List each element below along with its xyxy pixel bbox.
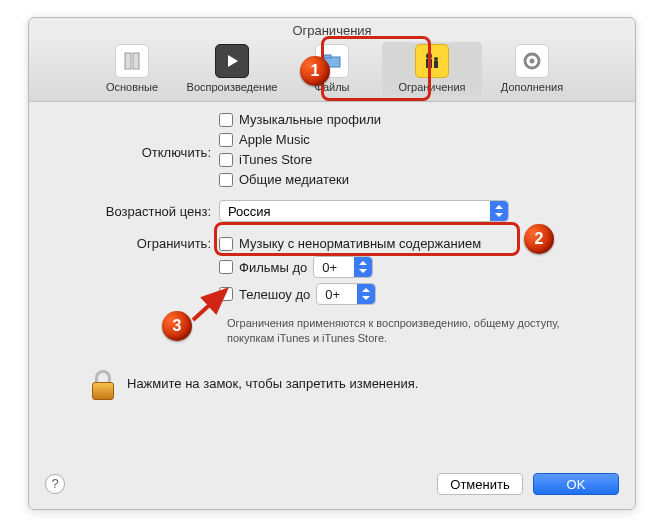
svg-rect-1 — [133, 53, 139, 69]
help-button[interactable]: ? — [45, 474, 65, 494]
restrictions-note: Ограничения применяются к воспроизведени… — [227, 316, 597, 346]
svg-point-7 — [434, 57, 438, 61]
tv-age-select[interactable]: 0+ — [316, 283, 376, 305]
svg-point-10 — [530, 59, 535, 64]
window-title: Ограничения — [29, 18, 635, 40]
parental-icon — [415, 44, 449, 78]
tab-restrictions[interactable]: Ограничения — [382, 42, 482, 95]
chk-music-profiles[interactable]: Музыкальные профили — [219, 112, 635, 127]
svg-rect-0 — [125, 53, 131, 69]
checkbox[interactable] — [219, 113, 233, 127]
svg-rect-4 — [324, 55, 331, 58]
content-area: Отключить: Музыкальные профили Apple Mus… — [29, 112, 635, 509]
tab-label: Дополнения — [501, 81, 563, 93]
svg-rect-6 — [426, 59, 432, 68]
lock-text: Нажмите на замок, чтобы запретить измене… — [127, 376, 418, 391]
checkbox[interactable] — [219, 133, 233, 147]
chk-shared-libs[interactable]: Общие медиатеки — [219, 172, 635, 187]
general-icon — [115, 44, 149, 78]
toolbar: Основные Воспроизведение Файлы Ограничен… — [29, 40, 635, 102]
checkbox[interactable] — [219, 173, 233, 187]
svg-rect-8 — [434, 61, 438, 68]
tab-label: Основные — [106, 81, 158, 93]
chk-itunes-store[interactable]: iTunes Store — [219, 152, 635, 167]
age-rating-select[interactable]: Россия — [219, 200, 509, 222]
tab-files[interactable]: Файлы — [282, 42, 382, 95]
tab-playback[interactable]: Воспроизведение — [182, 42, 282, 95]
gear-icon — [515, 44, 549, 78]
tab-label: Воспроизведение — [187, 81, 278, 93]
svg-marker-2 — [228, 55, 238, 67]
age-rating-label: Возрастной ценз: — [29, 204, 219, 219]
tab-label: Файлы — [315, 81, 350, 93]
chk-explicit-music[interactable]: Музыку с ненормативным содержанием — [219, 236, 635, 251]
chevron-updown-icon — [490, 201, 508, 221]
chk-movies-limit[interactable]: Фильмы до 0+ — [219, 256, 635, 278]
footer: ? Отменить OK — [29, 473, 635, 495]
chevron-updown-icon — [354, 257, 372, 277]
files-icon — [315, 44, 349, 78]
checkbox[interactable] — [219, 287, 233, 301]
chevron-updown-icon — [357, 284, 375, 304]
restrict-label: Ограничить: — [29, 236, 219, 251]
movies-age-select[interactable]: 0+ — [313, 256, 373, 278]
chk-apple-music[interactable]: Apple Music — [219, 132, 635, 147]
cancel-button[interactable]: Отменить — [437, 473, 523, 495]
tab-general[interactable]: Основные — [82, 42, 182, 95]
svg-point-5 — [426, 53, 432, 59]
disable-label: Отключить: — [29, 145, 219, 160]
select-value: Россия — [220, 204, 490, 219]
play-icon — [215, 44, 249, 78]
tab-addons[interactable]: Дополнения — [482, 42, 582, 95]
tab-label: Ограничения — [398, 81, 465, 93]
preferences-window: Ограничения Основные Воспроизведение Фай… — [28, 17, 636, 510]
checkbox[interactable] — [219, 237, 233, 251]
chk-tv-limit[interactable]: Телешоу до 0+ — [219, 283, 635, 305]
lock-icon[interactable] — [89, 368, 117, 400]
checkbox[interactable] — [219, 153, 233, 167]
lock-row: Нажмите на замок, чтобы запретить измене… — [89, 368, 635, 400]
checkbox[interactable] — [219, 260, 233, 274]
ok-button[interactable]: OK — [533, 473, 619, 495]
